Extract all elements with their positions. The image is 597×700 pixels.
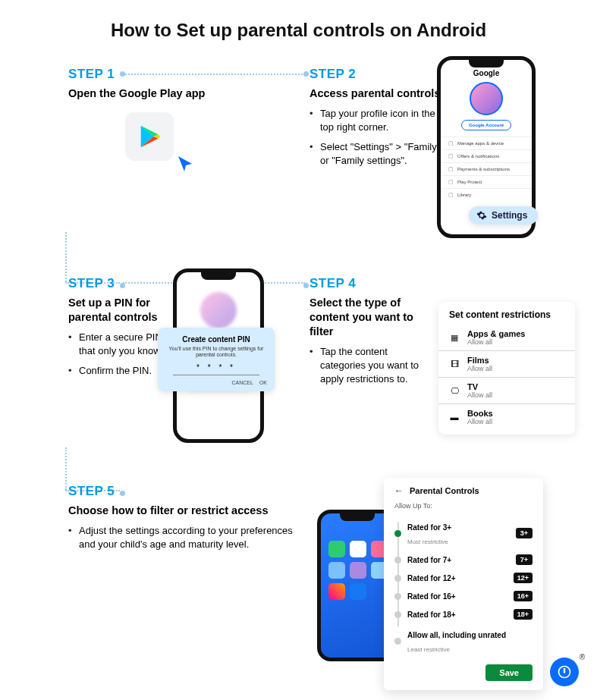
rating-row: Rated for 3+Most restrictive 3+	[394, 516, 533, 551]
settings-callout-pill: Settings	[469, 206, 538, 224]
phone-notch	[201, 272, 236, 280]
brand-logo-icon	[550, 658, 579, 686]
step-5-bullet: Adjust the settings according to your pr…	[68, 524, 311, 551]
rating-badge: 12+	[514, 573, 533, 583]
step-2-label: STEP 2	[309, 67, 442, 82]
instagram-icon	[328, 583, 345, 600]
rating-label: Rated for 18+	[407, 611, 456, 619]
rating-label: Rated for 7+	[407, 556, 451, 564]
connector-line	[65, 232, 67, 282]
rating-row: Rated for 18+ 18+	[394, 605, 533, 623]
step-2-heading: Access parental controls	[309, 86, 442, 101]
facebook-icon	[350, 583, 366, 600]
google-logo-text: Google	[441, 69, 532, 77]
pin-input-line	[173, 375, 259, 375]
step-5-block: STEP 5 Choose how to filter or restrict …	[68, 484, 311, 557]
connector-line	[65, 447, 67, 490]
step-5-heading: Choose how to filter or restrict access	[68, 504, 311, 518]
google-account-button: Google Account	[461, 120, 511, 130]
rating-badge: 3+	[516, 528, 533, 538]
radio-icon	[394, 593, 401, 600]
rating-label: Rated for 3+	[407, 523, 451, 532]
rating-badge: 18+	[514, 609, 533, 620]
films-icon: 🎞	[449, 359, 460, 369]
gear-icon	[476, 210, 487, 221]
page-title: How to Set up parental controls on Andro…	[0, 0, 597, 56]
step-5-label: STEP 5	[68, 484, 311, 499]
restriction-sub: Allow all	[467, 365, 492, 372]
pc-title: Parental Controls	[410, 486, 479, 495]
step-4-heading: Select the type of content you want to f…	[309, 296, 431, 339]
step-4-label: STEP 4	[309, 276, 431, 291]
radio-icon	[394, 638, 401, 645]
rating-row: Rated for 12+ 12+	[394, 569, 533, 587]
restrictions-title: Set content restrictions	[438, 309, 575, 325]
save-button[interactable]: Save	[485, 664, 533, 681]
step-1-block: STEP 1 Open the Google Play app	[68, 67, 235, 107]
restriction-row: ▦ Apps & gamesAllow all	[438, 325, 575, 351]
rating-label: Rated for 12+	[407, 574, 456, 582]
step-2-bullet: Select "Settings" > "Family" or "Family …	[309, 140, 442, 168]
phone-notch	[340, 513, 375, 521]
step-2-block: STEP 2 Access parental controls Tap your…	[309, 67, 442, 174]
rating-sub: Least restrictive	[407, 646, 450, 653]
menu-row: Library	[441, 188, 532, 201]
restriction-row: 🎞 FilmsAllow all	[438, 351, 575, 378]
menu-row: Manage apps & device	[441, 137, 532, 149]
apps-icon: ▦	[449, 333, 460, 343]
restriction-row: 🖵 TVAllow all	[438, 378, 575, 404]
radio-icon	[394, 575, 401, 582]
phone-notch	[469, 60, 504, 67]
step-4-bullet: Tap the content categories you want to a…	[309, 345, 431, 387]
connector-dot	[303, 283, 309, 288]
restriction-row: ▬ BooksAllow all	[438, 404, 575, 430]
step-2-bullet: Tap your profile icon in the top right c…	[309, 107, 442, 134]
app-icon	[350, 562, 366, 579]
menu-row: Offers & notifications	[441, 149, 532, 162]
restriction-name: TV	[467, 382, 492, 391]
google-play-icon	[125, 112, 174, 161]
parental-controls-card: ← Parental Controls Allow Up To: Rated f…	[384, 478, 543, 690]
content-restrictions-card: Set content restrictions ▦ Apps & gamesA…	[438, 302, 575, 435]
restriction-name: Books	[467, 409, 493, 418]
blurred-avatar	[200, 292, 237, 328]
settings-pill-label: Settings	[492, 210, 527, 221]
menu-row: Payments & subscriptions	[441, 162, 532, 175]
radio-icon	[394, 557, 401, 563]
app-icon	[350, 541, 366, 557]
step-3-heading: Set up a PIN for parental controls	[68, 296, 174, 325]
books-icon: ▬	[449, 413, 460, 422]
rating-badge: 7+	[516, 554, 533, 565]
rating-row: Allow all, including unratedLeast restri…	[394, 623, 533, 658]
radio-selected-icon	[394, 530, 401, 537]
tv-icon: 🖵	[449, 386, 460, 395]
back-arrow-icon: ←	[394, 485, 404, 496]
allow-up-to-label: Allow Up To:	[394, 502, 533, 510]
pin-card-title: Create content PIN	[165, 335, 267, 344]
svg-rect-1	[564, 668, 566, 673]
connector-dot	[303, 71, 309, 77]
step-1-label: STEP 1	[68, 67, 235, 82]
step-3-label: STEP 3	[68, 276, 174, 291]
step-1-heading: Open the Google Play app	[68, 86, 235, 101]
rating-sub: Most restrictive	[407, 538, 448, 545]
radio-icon	[394, 611, 401, 618]
rating-label: Rated for 16+	[407, 592, 456, 601]
rating-row: Rated for 7+ 7+	[394, 551, 533, 569]
pin-stars: * * * *	[165, 363, 267, 372]
pin-ok: OK	[259, 380, 267, 385]
restriction-sub: Allow all	[467, 418, 493, 425]
menu-row: Play Protect	[441, 175, 532, 188]
rating-label: Allow all, including unrated	[407, 631, 506, 639]
rating-row: Rated for 16+ 16+	[394, 587, 533, 605]
pin-cancel: CANCEL	[231, 380, 253, 385]
step-4-block: STEP 4 Select the type of content you wa…	[309, 276, 431, 392]
profile-avatar	[470, 82, 503, 115]
restriction-name: Apps & games	[467, 329, 525, 338]
rating-badge: 16+	[514, 591, 533, 601]
app-icon	[328, 541, 345, 557]
pin-card-subtitle: You'll use this PIN to change settings f…	[165, 346, 267, 359]
cursor-icon	[176, 155, 194, 178]
create-pin-card: Create content PIN You'll use this PIN t…	[158, 328, 275, 391]
restriction-sub: Allow all	[467, 338, 525, 346]
